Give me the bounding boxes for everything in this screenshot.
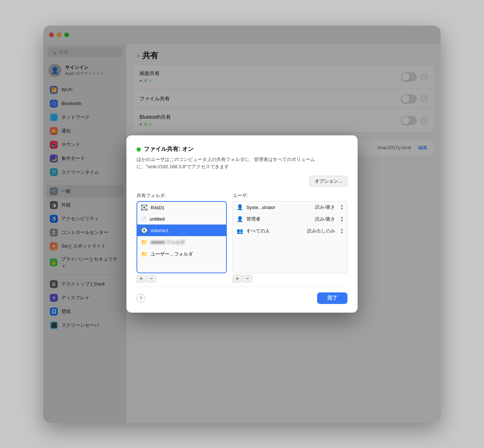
file-share-modal: ファイル共有: オン ほかのユーザはこのコンピュータ上の共有フォルダに、管理者は…: [126, 135, 358, 313]
modal-footer: ? 完了: [137, 286, 347, 304]
modal-overlay: ファイル共有: オン ほかのユーザはこのコンピュータ上の共有フォルダに、管理者は…: [43, 26, 441, 423]
help-button[interactable]: ?: [137, 294, 145, 303]
user-row-everyone: 👥 すべての人 読み出しのみ ▲▼: [233, 225, 347, 237]
user-row-name: Syste...strator: [246, 205, 312, 210]
folder-item-user-folder[interactable]: 📁 ユーザー…フォルダ: [137, 248, 226, 260]
folder-name: RAID1: [151, 205, 164, 210]
user-add-remove: + −: [233, 273, 347, 283]
hdd-icon: 💽: [141, 204, 148, 211]
user-row-name: 管理者: [246, 216, 312, 222]
remove-user-button[interactable]: −: [243, 275, 252, 283]
user-row-perm: 読み/書き: [315, 204, 335, 210]
perm-arrows2[interactable]: ▲▼: [340, 216, 343, 222]
modal-options-row: オプション...: [137, 176, 347, 187]
modal-title: ファイル共有: オン: [144, 145, 194, 153]
users-list: 👤 Syste...strator 読み/書き ▲▼ 👤 管理者 読み/書き ▲…: [233, 201, 347, 273]
window: 🔍 検索 👤 サインイン Apple IDでサインイン 📶 Wi-Fi ⬡ Bl…: [43, 26, 441, 423]
modal-status-dot: [137, 147, 141, 152]
add-folder-button[interactable]: +: [137, 275, 146, 283]
folder-item-blurred[interactable]: 📁 ●●●●●.フォルダ: [137, 236, 226, 248]
folder-name-selected: volume1: [151, 228, 168, 233]
modal-header: ファイル共有: オン: [137, 145, 347, 153]
folders-column-label: 共有フォルダ:: [137, 192, 227, 199]
person-icon: 👤: [237, 204, 243, 210]
doc-icon: 📄: [141, 216, 147, 222]
user-row-name: すべての人: [246, 228, 304, 234]
folder-blue-icon2: 📁: [141, 251, 148, 257]
modal-desc: ほかのユーザはこのコンピュータ上の共有フォルダに、管理者はすべてのボリューム に…: [137, 156, 347, 170]
perm-arrows3[interactable]: ▲▼: [340, 228, 343, 234]
add-user-button[interactable]: +: [233, 275, 242, 283]
folder-blue-icon: 📁: [141, 239, 148, 245]
user-row-manager: 👤 管理者 読み/書き ▲▼: [233, 213, 347, 225]
users-column: ユーザ: 👤 Syste...strator 読み/書き ▲▼ 👤 管理者 読み…: [233, 192, 347, 283]
folder-name: untitled: [150, 216, 165, 222]
modal-columns: 共有フォルダ: 💽 RAID1 📄 untitled 💽 volume1: [137, 192, 347, 283]
folder-name: ユーザー…フォルダ: [151, 251, 193, 257]
folder-list: 💽 RAID1 📄 untitled 💽 volume1 📁: [137, 201, 227, 273]
done-button[interactable]: 完了: [317, 292, 347, 304]
folder-item-raid1[interactable]: 💽 RAID1: [137, 202, 226, 214]
folders-column: 共有フォルダ: 💽 RAID1 📄 untitled 💽 volume1: [137, 192, 227, 283]
perm-arrows[interactable]: ▲▼: [340, 204, 343, 210]
folder-add-remove: + −: [137, 273, 227, 283]
folder-name: ●●●●●.フォルダ: [151, 239, 185, 245]
person-icon2: 👤: [237, 216, 243, 222]
folder-item-untitled[interactable]: 📄 untitled: [137, 214, 226, 225]
user-row-perm: 読み出しのみ: [307, 228, 335, 234]
user-row-perm: 読み/書き: [315, 216, 335, 222]
hdd-icon-selected: 💽: [141, 227, 148, 234]
remove-folder-button[interactable]: −: [147, 275, 156, 283]
people-icon: 👥: [237, 228, 243, 234]
options-button[interactable]: オプション...: [309, 176, 347, 187]
user-row-admin: 👤 Syste...strator 読み/書き ▲▼: [233, 201, 347, 213]
users-column-label: ユーザ:: [233, 192, 347, 199]
folder-item-volume1[interactable]: 💽 volume1: [137, 225, 226, 236]
